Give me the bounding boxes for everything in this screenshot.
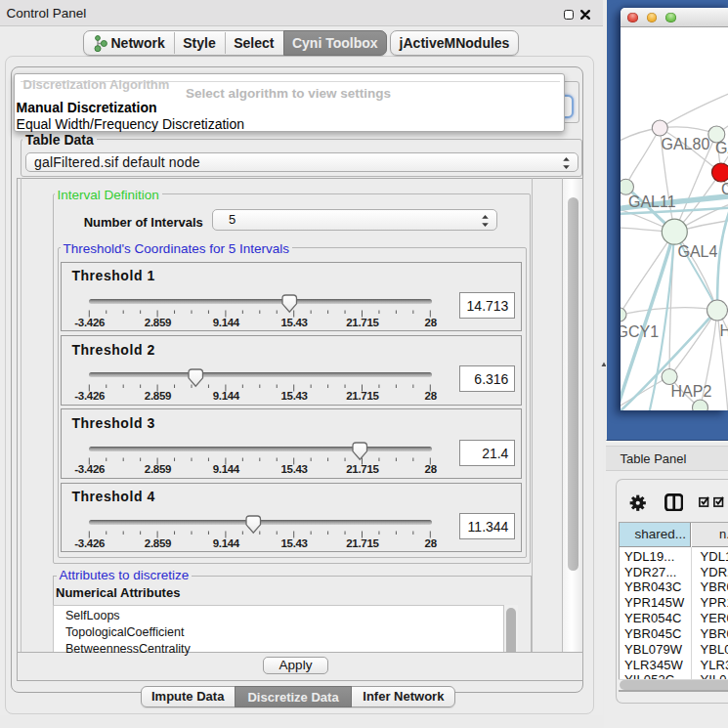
svg-text:GCY1: GCY1 bbox=[621, 322, 659, 339]
svg-text:GAL80: GAL80 bbox=[661, 135, 709, 151]
svg-text:GAL4: GAL4 bbox=[677, 243, 717, 260]
svg-text:GA: GA bbox=[715, 140, 728, 156]
svg-text:C: C bbox=[721, 181, 728, 197]
svg-text:HAP2: HAP2 bbox=[670, 383, 711, 400]
svg-text:H: H bbox=[719, 322, 728, 339]
svg-text:GAL11: GAL11 bbox=[628, 193, 676, 209]
